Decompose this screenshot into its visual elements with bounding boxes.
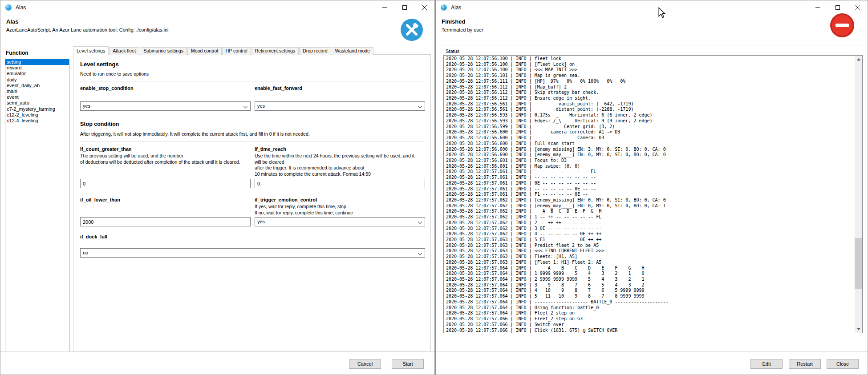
tab[interactable]: HP control xyxy=(222,47,251,55)
log-line: 2020-05-28 12:07:57.064 | INFO | A B C D… xyxy=(446,266,855,271)
stop-sign-icon xyxy=(830,13,853,36)
alas-app-icon xyxy=(5,4,12,11)
select-value: yes xyxy=(83,103,90,109)
function-list-item[interactable]: main xyxy=(5,89,69,94)
log-line: 2020-05-28 12:07:56.593 | INFO | Edges: … xyxy=(446,118,855,124)
log-line: 2020-05-28 12:07:57.062 | INFO | 4 -- --… xyxy=(446,231,855,237)
section-title-stop-condition: Stop condition xyxy=(80,121,119,127)
log-line: 2020-05-28 12:07:56.593 | INFO | 0.175s … xyxy=(446,113,855,118)
maximize-button[interactable] xyxy=(394,0,414,15)
close-log-button[interactable]: Close xyxy=(827,359,859,369)
page-title: Alas xyxy=(6,18,18,25)
window-title: Alas xyxy=(451,4,461,11)
cancel-button[interactable]: Cancel xyxy=(349,359,381,369)
field-label-if-count-greater-than: if_count_greater_than xyxy=(80,146,132,152)
if-oil-lower-than-input[interactable] xyxy=(80,217,251,226)
tab[interactable]: Retirement settings xyxy=(251,47,299,55)
function-list-item[interactable]: emulator xyxy=(5,71,69,77)
log-line: 2020-05-28 12:07:56.100 | INFO | fleet_l… xyxy=(446,56,855,62)
if-count-greater-than-input[interactable] xyxy=(80,179,251,188)
log-line: 2020-05-28 12:07:56.600 | INFO | [enemy_… xyxy=(446,152,855,158)
function-list-item[interactable]: semi_auto xyxy=(5,100,69,106)
log-line: 2020-05-28 12:07:56.112 | INFO | Ensure … xyxy=(446,96,855,101)
tab[interactable]: Level settings xyxy=(73,46,109,55)
if-dock-full-select[interactable]: no xyxy=(80,248,425,258)
mouse-cursor xyxy=(658,7,666,20)
chevron-down-icon xyxy=(418,104,422,109)
select-value: yes xyxy=(257,219,265,224)
log-line: 2020-05-28 12:07:56.112 | INFO | [Map_bu… xyxy=(446,85,855,90)
scrollbar-thumb[interactable] xyxy=(855,238,862,289)
function-list-item[interactable]: event_daily_ab xyxy=(5,83,69,89)
function-list-item[interactable]: c7-2_mystery_farming xyxy=(5,106,69,112)
scroll-down-icon[interactable] xyxy=(855,325,862,333)
log-line: 2020-05-28 12:07:57.064 | INFO | Using f… xyxy=(446,305,855,311)
field-desc-if-count-greater-than: The previous setting will be used, and t… xyxy=(80,153,251,165)
log-scrollbar[interactable] xyxy=(855,56,862,333)
alas-app-icon xyxy=(440,4,447,11)
log-line: 2020-05-28 12:07:56.112 | INFO | Skip st… xyxy=(446,90,855,96)
status-subtitle: Terminated by user xyxy=(442,27,483,32)
log-line: 2020-05-28 12:07:57.063 | INFO | Predict… xyxy=(446,243,855,249)
divider xyxy=(436,45,868,45)
log-line: 2020-05-28 12:07:57.061 | INFO | 0E -- -… xyxy=(446,181,855,186)
chevron-down-icon xyxy=(418,220,422,224)
titlebar: Alas xyxy=(0,0,434,15)
start-button[interactable]: Start xyxy=(392,359,424,369)
tab[interactable]: Drop record xyxy=(299,47,331,55)
log-line: 2020-05-28 12:07:56.561 | INFO | vanish_… xyxy=(446,101,855,107)
log-content: 2020-05-28 12:07:56.100 | INFO | fleet_l… xyxy=(444,56,855,333)
scroll-up-icon[interactable] xyxy=(855,56,862,63)
alas-config-window: Alas Alas AzurLaneAutoScript, An Azur La… xyxy=(0,0,435,375)
log-line: 2020-05-28 12:07:56.101 | INFO | Map is … xyxy=(446,73,855,79)
minimize-button[interactable] xyxy=(374,0,394,15)
tab[interactable]: Attack fleet xyxy=(109,47,139,55)
edit-button[interactable]: Edit xyxy=(750,359,783,369)
page-subtitle: AzurLaneAutoScript, An Azur Lane automat… xyxy=(6,27,168,32)
tab[interactable]: Mood control xyxy=(187,47,222,55)
log-line: 2020-05-28 12:07:57.066 | INFO | Switch … xyxy=(446,322,855,328)
field-desc-if-time-reach: Use the time within the next 24 hours, t… xyxy=(255,153,426,177)
level-settings-panel: Level settings Need to run once to save … xyxy=(73,54,431,352)
log-line: 2020-05-28 12:07:56.600 | INFO | [enemy_… xyxy=(446,147,855,153)
function-list-item[interactable]: setting xyxy=(5,59,69,65)
close-button[interactable] xyxy=(414,0,434,15)
log-line: 2020-05-28 12:07:57.063 | INFO | [Fleet_… xyxy=(446,260,855,266)
field-label-if-time-reach: if_time_reach xyxy=(255,146,286,152)
function-list-item[interactable]: c12-2_leveling xyxy=(5,112,69,118)
field-label-if-dock-full: if_dock_full xyxy=(80,234,107,239)
tab[interactable]: Wasteland mode xyxy=(332,47,373,55)
log-output-box[interactable]: 2020-05-28 12:07:56.100 | INFO | fleet_l… xyxy=(443,55,863,333)
function-list-item[interactable]: reward xyxy=(5,65,69,71)
log-line: 2020-05-28 12:07:56.601 | INFO | Map swi… xyxy=(446,164,855,169)
field-label-if-oil-lower-than: if_oil_lower_than xyxy=(80,197,120,202)
tab[interactable]: Submarine settings xyxy=(140,47,187,55)
section-desc-stop-condition: After triggering, it will not stop immed… xyxy=(80,131,427,137)
log-line: 2020-05-28 12:07:57.063 | INFO | 5 F1 --… xyxy=(446,237,855,243)
log-line: 2020-05-28 12:07:57.066 | INFO | Fleet_2… xyxy=(446,316,855,322)
status-title: Finished xyxy=(442,18,465,25)
divider xyxy=(80,81,425,81)
restart-button[interactable]: Restart xyxy=(789,359,821,369)
log-line: 2020-05-28 12:07:56.600 | INFO | Camera:… xyxy=(446,135,855,141)
log-line: 2020-05-28 12:07:56.599 | INFO | Center … xyxy=(446,124,855,130)
function-list-item[interactable]: daily xyxy=(5,77,69,83)
log-line: 2020-05-28 12:07:57.062 | INFO | [enemy_… xyxy=(446,203,855,209)
log-line: 2020-05-28 12:07:56.561 | INFO | distant… xyxy=(446,107,855,113)
log-line: 2020-05-28 12:07:57.063 | INFO | <<< FIN… xyxy=(446,248,855,254)
log-line: 2020-05-28 12:07:57.062 | INFO | A B C D… xyxy=(446,209,855,214)
function-list[interactable]: settingrewardemulatordailyevent_daily_ab… xyxy=(5,59,69,352)
enable-fast-forward-select[interactable]: yes xyxy=(255,101,425,111)
log-line: 2020-05-28 12:07:57.064 | INFO | 5 11 10… xyxy=(446,294,855,299)
if-trigger-emotion-control-select[interactable]: yes xyxy=(255,217,425,226)
minimize-button[interactable] xyxy=(807,0,827,15)
function-list-item[interactable]: event xyxy=(5,94,69,100)
divider xyxy=(80,141,425,141)
log-line: 2020-05-28 12:07:56.600 | INFO | camera … xyxy=(446,129,855,135)
log-line: 2020-05-28 12:07:56.111 | INFO | [HP] 97… xyxy=(446,79,855,85)
if-time-reach-input[interactable] xyxy=(255,179,425,188)
log-line: 2020-05-28 12:07:57.064 | INFO | Fleet 2… xyxy=(446,310,855,316)
enable-stop-condition-select[interactable]: yes xyxy=(80,101,251,111)
log-line: 2020-05-28 12:07:57.061 | INFO | F1 -- -… xyxy=(446,192,855,198)
function-list-item[interactable]: c12-4_leveling xyxy=(5,118,69,124)
